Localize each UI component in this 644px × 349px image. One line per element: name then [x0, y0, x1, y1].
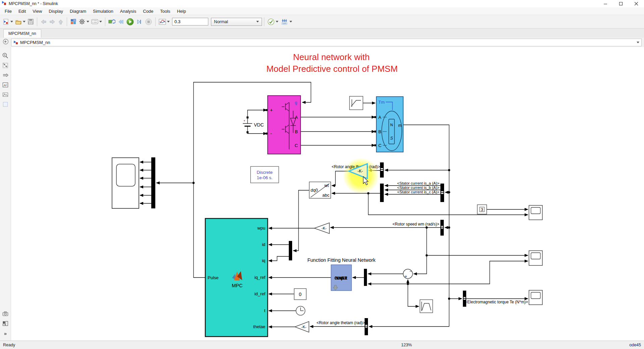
bus-selector-rotor-angle-top[interactable] — [380, 162, 384, 178]
gain-rotor-angle-bottom[interactable]: -K- — [295, 321, 309, 332]
stop-time-input[interactable] — [172, 18, 208, 26]
menu-item-diagram[interactable]: Diagram — [66, 7, 90, 15]
color-swatch[interactable] — [1, 100, 9, 108]
block-clock[interactable] — [296, 306, 305, 315]
block-mean[interactable] — [420, 300, 433, 313]
menu-item-simulation[interactable]: Simulation — [90, 7, 117, 15]
svg-text:+: + — [244, 119, 245, 122]
open-button[interactable] — [14, 17, 26, 27]
settings-button[interactable] — [77, 17, 90, 27]
menu-item-view[interactable]: View — [29, 7, 45, 15]
menu-item-display[interactable]: Display — [45, 7, 66, 15]
screenshot-button[interactable] — [1, 310, 9, 318]
back-button[interactable] — [39, 17, 48, 27]
block-powergui[interactable]: Discrete 1e-06 s. — [251, 166, 279, 183]
port-minus: - — [270, 131, 272, 136]
label-rotor-angle-bottom[interactable]: <Rotor angle thetam (rad)> — [317, 320, 365, 325]
maximize-button[interactable] — [613, 0, 629, 7]
mux-nn-input[interactable] — [364, 269, 367, 286]
block-neural-network[interactable]: Output Input NNET — [331, 265, 352, 291]
block-constant-zero[interactable]: 0 — [294, 289, 306, 300]
navigate-back-icon[interactable] — [3, 39, 9, 46]
scope-speed[interactable] — [529, 251, 542, 265]
close-button[interactable] — [629, 0, 644, 7]
simulation-display-caret[interactable] — [167, 21, 170, 22]
demux-scope[interactable] — [151, 157, 155, 208]
mux-stator-currents[interactable] — [380, 184, 384, 202]
check-model-button[interactable] — [266, 17, 279, 27]
block-scope-main[interactable] — [112, 158, 139, 208]
menu-item-code[interactable]: Code — [140, 7, 157, 15]
simulation-mode-select[interactable]: Normal — [211, 18, 262, 26]
annotation-title[interactable]: Neural network with Model Predictive con… — [266, 52, 398, 74]
new-model-button[interactable] — [2, 17, 14, 27]
library-browser-button[interactable] — [69, 17, 77, 27]
svg-text:-K-: -K- — [321, 226, 327, 230]
back-arrow-icon — [40, 19, 47, 25]
update-diagram-button[interactable] — [107, 17, 116, 27]
model-config-button[interactable] — [90, 17, 103, 27]
bus-selector-stator[interactable] — [440, 184, 444, 202]
image-tool-button[interactable] — [1, 91, 9, 99]
simulation-display-button[interactable] — [158, 17, 171, 27]
save-icon — [28, 18, 34, 25]
model-browser-button[interactable] — [1, 319, 9, 328]
port-iq-ref: iq_ref — [254, 275, 265, 280]
step-back-button[interactable] — [116, 17, 125, 27]
block-constant-three[interactable]: 3 — [477, 205, 487, 214]
block-sum[interactable]: − + — [403, 269, 413, 279]
menu-item-tools[interactable]: Tools — [157, 7, 173, 15]
save-button[interactable] — [26, 17, 35, 27]
menu-item-file[interactable]: File — [1, 7, 15, 15]
menu-item-edit[interactable]: Edit — [15, 7, 29, 15]
bus-selector-rotor-speed[interactable] — [440, 220, 444, 236]
simulation-mode-value: Normal — [214, 19, 228, 24]
run-button[interactable] — [125, 17, 135, 27]
signal-routing-button[interactable] — [1, 71, 9, 79]
scope-torque[interactable] — [529, 290, 542, 305]
bus-selector-rotor-angle-bottom[interactable] — [365, 318, 368, 335]
status-solver[interactable]: ode45 — [629, 343, 641, 347]
block-inverter[interactable]: g + - A B C — [268, 96, 301, 154]
breadcrumb[interactable]: MPCPMSM_nn — [11, 39, 642, 46]
svg-text:A: A — [4, 83, 6, 87]
block-mpc-controller[interactable]: Pulse wpu id iq iq_ref id_ref t thetae M… — [205, 218, 268, 337]
mode-select-caret — [256, 21, 259, 22]
gain-rotor-speed[interactable]: -K- — [314, 223, 329, 234]
model-config-caret[interactable] — [99, 21, 102, 22]
up-button[interactable] — [57, 17, 65, 27]
minimize-button[interactable] — [598, 0, 613, 7]
label-torque[interactable]: <Electromagnetic torque Te (N*m)> — [465, 300, 528, 304]
forward-button[interactable] — [48, 17, 57, 27]
zoom-tool-button[interactable] — [1, 52, 9, 60]
expand-palette-button[interactable]: » — [1, 329, 9, 337]
step-forward-button[interactable] — [135, 17, 144, 27]
menu-item-analysis[interactable]: Analysis — [117, 7, 140, 15]
label-stator-a[interactable]: <Stator current is_a (A)> — [397, 181, 439, 185]
open-caret[interactable] — [23, 21, 25, 22]
demux-id-iq[interactable] — [289, 241, 292, 260]
block-dc-voltage-source[interactable]: + VDC — [243, 119, 264, 128]
label-stator-b[interactable]: <Stator current is_b (A)> — [397, 186, 439, 190]
block-pmsm-motor[interactable]: Tm N S A B C m — [376, 97, 403, 152]
label-stator-c[interactable]: <Stator current is_c (A)> — [397, 190, 439, 194]
fit-to-view-button[interactable] — [1, 61, 9, 69]
scope-currents[interactable] — [529, 205, 542, 220]
build-caret[interactable] — [289, 21, 292, 22]
block-dq0-abc[interactable]: dq0 wt abc — [309, 182, 331, 198]
build-button[interactable] — [279, 17, 293, 27]
stop-button[interactable] — [144, 17, 153, 27]
model-canvas[interactable]: Neural network with Model Predictive con… — [11, 47, 644, 341]
breadcrumb-dropdown-caret[interactable] — [637, 42, 639, 43]
tab-model[interactable]: MPCPMSM_nn — [3, 29, 41, 38]
block-torque-source[interactable] — [350, 96, 363, 110]
check-model-caret[interactable] — [276, 21, 278, 22]
annotation-tool-button[interactable]: A — [1, 81, 9, 89]
settings-caret[interactable] — [87, 21, 89, 22]
menu-item-help[interactable]: Help — [174, 7, 190, 15]
label-rotor-speed[interactable]: <Rotor speed wm (rad/s)> — [392, 222, 439, 227]
new-model-caret[interactable] — [10, 21, 13, 22]
status-bar: Ready 123% ode45 — [0, 341, 644, 349]
port-wpu: wpu — [257, 226, 265, 231]
label-nn-caption[interactable]: Function Fitting Neural Network — [307, 257, 376, 263]
